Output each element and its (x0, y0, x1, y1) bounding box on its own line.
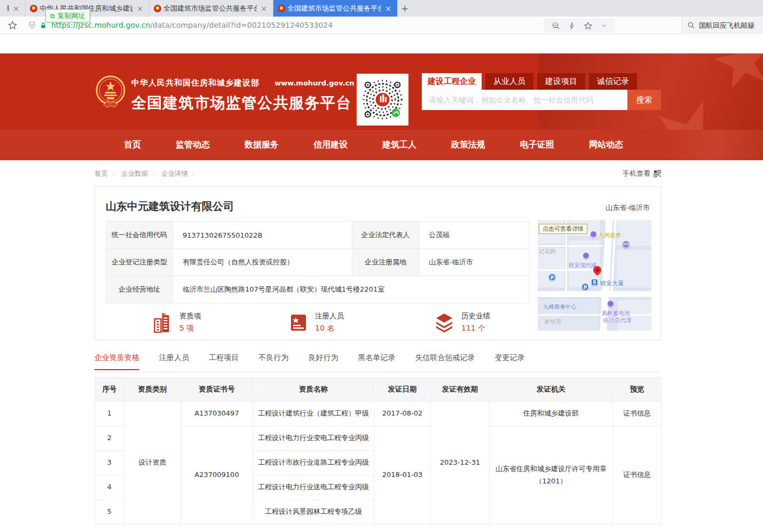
breadcrumb: 首页 企业数据 企业详情 (95, 169, 201, 178)
copy-url-tooltip: ⧉ 复制网址 (45, 9, 90, 22)
address-value: 临沂市兰山区陶然路107号星河晶都（联安）现代城1号楼2201室 (173, 276, 530, 303)
mobile-view-button[interactable]: 手机查看 (623, 169, 661, 178)
qr-mini-icon (654, 170, 661, 177)
col-header: 发证日期 (374, 378, 431, 402)
breadcrumb-home[interactable]: 首页 (95, 169, 121, 178)
nav-item-policy[interactable]: 政策法规 (451, 139, 485, 151)
tab-registered-staff[interactable]: 注册人员 (159, 353, 189, 369)
platform-title: 全国建筑市场监管公共服务平台 (131, 93, 355, 113)
qual-name-cell: 工程设计建筑行业（建筑工程）甲级 (253, 402, 374, 426)
stat-value: 10 名 (315, 324, 344, 333)
new-tab-button[interactable]: + (397, 0, 412, 17)
tab-qualifications[interactable]: 企业资质资格 (95, 353, 139, 370)
shield-icon[interactable] (28, 21, 36, 29)
map-tooltip: 点击可查看详情 (539, 224, 587, 234)
building-icon (153, 312, 172, 333)
seq-cell: 2 (95, 426, 124, 451)
table-header-row: 序号 资质类别 资质证书号 资质名称 发证日期 发证有效期 发证机关 预览 (95, 378, 662, 402)
seq-cell: 1 (95, 402, 124, 426)
tab-change-records[interactable]: 变更记录 (495, 353, 525, 369)
reg-place-value: 山东省-临沂市 (419, 249, 530, 276)
col-header: 序号 (95, 378, 124, 402)
lightning-icon[interactable] (568, 21, 576, 30)
gov-emblem-favicon (30, 5, 37, 12)
issue-date-cell: 2018-01-03 (374, 426, 431, 525)
chevron-down-icon[interactable] (600, 22, 608, 29)
close-icon[interactable]: × (11, 4, 21, 13)
main-nav: 首页 监管动态 数据服务 信用建设 建筑工人 政策法规 电子证照 网站动态 (0, 130, 763, 160)
browser-tab-partial[interactable]: 界 × (0, 0, 26, 17)
tab-projects[interactable]: 工程项目 (209, 353, 239, 369)
nav-item-site-news[interactable]: 网站动态 (589, 139, 623, 151)
search-tab-enterprise[interactable]: 建设工程企业 (422, 73, 482, 90)
map-label: 临沂总代理 (603, 317, 632, 324)
credit-code-value: 91371302675501022B (173, 222, 352, 249)
legal-rep-value: 公茂福 (419, 222, 530, 249)
qual-name-cell: 工程设计风景园林工程专项乙级 (253, 500, 374, 525)
close-icon[interactable]: × (259, 4, 269, 13)
map-label: 风帆蓄电池 (602, 310, 630, 317)
map-label: 九峰商务中心 (543, 303, 577, 310)
tab-dishonesty-records[interactable]: 失信联合惩戒记录 (415, 353, 475, 369)
url-bar[interactable]: https://jzsc.mohurd.gov.cn/data/company/… (51, 21, 333, 29)
close-icon[interactable]: × (135, 4, 145, 13)
header-search: 建设工程企业 从业人员 建设项目 诚信记录 搜索 (422, 73, 661, 110)
main-content: 首页 企业数据 企业详情 手机查看 山东中元建筑设计有限公司 山东省-临沂市 统… (95, 169, 661, 525)
search-icon (687, 21, 695, 29)
issue-date-cell: 2017-08-02 (374, 402, 431, 426)
search-tab-project[interactable]: 建设项目 (537, 73, 585, 90)
tab-bar: 界 × 中华人民共和国住房和城乡建设 × 全国建筑市场监管公共服务平台 × 全国… (0, 0, 763, 17)
certificate-info-link[interactable]: 证书信息 (613, 402, 662, 426)
authority-cell: 山东省住房和城乡建设厅许可专用章（1201） (490, 426, 613, 525)
nav-item-credit[interactable]: 信用建设 (313, 139, 348, 151)
tab-bad-behavior[interactable]: 不良行为 (258, 353, 288, 369)
nav-item-e-license[interactable]: 电子证照 (520, 139, 554, 151)
info-label: 企业法定代表人 (352, 222, 419, 249)
map-label: 记花园 (539, 248, 556, 255)
map-poi-icon (590, 231, 597, 238)
search-tab-personnel[interactable]: 从业人员 (485, 73, 533, 90)
info-label: 企业注册属地 (352, 249, 419, 276)
browser-tab-active[interactable]: 全国建筑市场监管公共服务平台 × (273, 0, 397, 17)
company-info-table: 统一社会信用代码 91371302675501022B 企业法定代表人 公茂福 … (106, 221, 530, 303)
site-header: 中华人民共和国住房和城乡建设部 www.mohurd.gov.cn 全国建筑市场… (0, 53, 763, 130)
qual-name-cell: 工程设计市政行业道路工程专业丙级 (253, 451, 374, 475)
cert-no-cell: A137030497 (181, 402, 253, 426)
site-title-block: 中华人民共和国住房和城乡建设部 www.mohurd.gov.cn 全国建筑市场… (131, 78, 355, 113)
stat-label: 资质项 (179, 311, 201, 321)
nav-item-home[interactable]: 首页 (124, 139, 141, 151)
nav-item-workers[interactable]: 建筑工人 (382, 139, 416, 151)
reg-type-value: 有限责任公司（自然人投资或控股） (173, 249, 352, 276)
close-icon[interactable]: × (383, 4, 393, 13)
stat-qualifications: 资质项 5 项 (153, 311, 289, 333)
col-header: 资质名称 (253, 378, 374, 402)
tab-title: 全国建筑市场监管公共服务平台 (287, 4, 381, 13)
info-label: 企业经营地址 (106, 276, 173, 303)
favorite-star-icon[interactable] (584, 21, 593, 30)
stat-label: 注册人员 (315, 311, 344, 321)
map-thumbnail[interactable]: 九州超市 ATM 记花园 联安现代城 联安大厦 P P 九峰商务中心 风帆蓄电池… (538, 220, 651, 331)
category-cell: 设计资质 (124, 402, 181, 525)
authority-cell: 住房和城乡建设部 (490, 402, 613, 426)
search-button[interactable]: 搜索 (627, 90, 661, 110)
nav-item-supervision[interactable]: 监管动态 (176, 139, 210, 151)
browser-tab-2[interactable]: 全国建筑市场监管公共服务平台 × (150, 0, 273, 17)
tab-good-behavior[interactable]: 良好行为 (308, 353, 338, 369)
breadcrumb-company-data[interactable]: 企业数据 (121, 169, 161, 178)
stat-past-performance: 历史业绩 111 个 (434, 311, 490, 333)
copy-url-label: 复制网址 (58, 11, 85, 21)
tab-blacklist[interactable]: 黑名单记录 (358, 353, 395, 369)
zoom-out-icon[interactable] (552, 21, 561, 30)
nav-item-data-service[interactable]: 数据服务 (245, 139, 279, 151)
col-header: 资质证书号 (181, 378, 253, 402)
valid-until-cell: 2023-12-31 (431, 402, 490, 525)
map-label: 九州超市 (599, 232, 621, 239)
ministry-name: 中华人民共和国住房和城乡建设部 (131, 78, 259, 88)
certificate-info-link[interactable]: 证书信息 (613, 426, 662, 525)
search-input[interactable] (422, 90, 627, 110)
bookmark-star-icon[interactable] (5, 20, 19, 30)
search-tab-credit[interactable]: 诚信记录 (589, 73, 637, 90)
quick-search-text: 国航回应飞机颠簸 (699, 21, 754, 30)
browser-toolbar: https://jzsc.mohurd.gov.cn/data/company/… (0, 17, 763, 34)
quick-search-box[interactable]: 国航回应飞机颠簸 (681, 17, 763, 34)
